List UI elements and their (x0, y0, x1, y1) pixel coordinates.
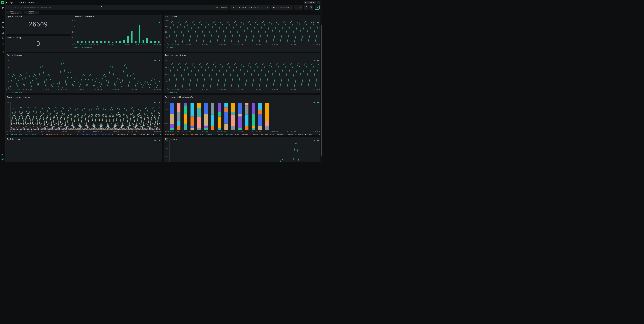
svg-text:5:34:30 PM: 5:34:30 PM (200, 131, 208, 133)
sidebar-item-alerts[interactable] (1, 25, 5, 29)
refresh-button[interactable] (304, 5, 308, 9)
chart-canvas[interactable]: 05K10K15K20KDec 16 5:29:30 PM5:32:00 PM5… (164, 53, 321, 93)
legend-item[interactable]: — active namespaces (7, 92, 24, 93)
svg-text:25: 25 (8, 122, 10, 124)
filter-temporal-region[interactable]: Temporal region (24, 11, 40, 14)
sql-mode[interactable]: SQL (215, 6, 218, 8)
sidebar-item-dashboards[interactable] (1, 42, 5, 46)
page-scrollbar (320, 0, 322, 162)
panel-collapse-icon[interactable] (1, 6, 5, 10)
svg-text:5:44:30 PM: 5:44:30 PM (270, 44, 278, 46)
panel-title: Queue Backlog (7, 37, 21, 39)
chart-legend: — requests/sec (165, 92, 178, 93)
time-range-button[interactable]: Dec 16 17:29:30 - Dec 16 17:51:30 (230, 5, 270, 9)
scrollbar-thumb[interactable] (321, 25, 322, 156)
bar-chart-toggle-icon[interactable] (158, 21, 160, 23)
resize-handle[interactable] (69, 32, 70, 33)
svg-text:Dec 16 5:29:30 PM: Dec 16 5:29:30 PM (6, 89, 20, 91)
bar-chart-toggle-icon[interactable] (158, 101, 160, 104)
bar-chart-toggle-icon[interactable] (317, 139, 319, 142)
filter-temporal-namespace[interactable]: Temporal namespace (6, 11, 22, 14)
chart-canvas[interactable]: 0255075100Dec 16 5:29:30 PM5:32:00 PM5:3… (6, 95, 162, 135)
sidebar: ? D (0, 0, 6, 162)
chart-canvas[interactable]: 00.20.40.60.8Dec 16 5:29:30 PM5:34:00 PM… (72, 14, 162, 52)
sidebar-item-hosts[interactable] (1, 31, 5, 34)
chart-canvas[interactable]: 00.050.10.150.2Dec 16 5:29:30 PM5:32:00 … (164, 95, 321, 135)
svg-text:5:51:00 PM: 5:51:00 PM (152, 44, 161, 46)
legend-item[interactable]: — clickpipes-aws-p..outheast-2.12c4n (112, 134, 144, 135)
chart-canvas[interactable]: 0.0380.0290.019Dec 16 5:29:30 PM5:32:00 … (164, 137, 321, 162)
svg-text:0.4: 0.4 (72, 31, 75, 33)
resize-handle[interactable] (319, 133, 320, 135)
app-logo-icon[interactable] (1, 1, 4, 4)
search-input[interactable] (6, 5, 229, 9)
help-button[interactable]: ? (1, 154, 4, 156)
svg-text:5:44:30 PM: 5:44:30 PM (111, 131, 119, 133)
legend-more[interactable]: +12 more (147, 134, 154, 135)
granularity-select[interactable]: Auto Granularity (271, 5, 293, 9)
sidebar-item-traces[interactable] (1, 36, 5, 40)
svg-text:5:34:00 PM: 5:34:00 PM (89, 44, 98, 46)
filter-edit-button[interactable] (309, 5, 314, 9)
chart-type-toggles (154, 101, 160, 104)
svg-text:150: 150 (165, 25, 168, 27)
resize-handle[interactable] (160, 133, 161, 135)
sidebar-item-metrics[interactable] (1, 20, 5, 23)
bar-chart-toggle-icon[interactable] (317, 21, 319, 23)
lucene-mode[interactable]: Lucene (221, 6, 227, 8)
panel-open-workflows: Open Workflows 26609 (6, 14, 71, 34)
resize-handle[interactable] (319, 50, 320, 51)
chart-legend: — successful workflows (72, 47, 92, 48)
resize-handle[interactable] (160, 50, 161, 51)
svg-text:5:32:00 PM: 5:32:00 PM (23, 89, 32, 91)
user-avatar[interactable]: D (1, 158, 4, 161)
sidebar-item-tables[interactable] (1, 14, 5, 18)
run-query-button[interactable] (314, 5, 320, 9)
line-chart-toggle-icon[interactable] (154, 59, 156, 62)
sort-chevrons-icon (290, 6, 292, 8)
bar-chart-toggle-icon[interactable] (158, 139, 160, 142)
line-chart-toggle-icon[interactable] (313, 139, 316, 142)
sidebar-item-settings[interactable] (1, 50, 5, 54)
chart-canvas[interactable]: 02468Dec 16 5:29:30 PM5:32:00 PM5:34:30 … (6, 53, 162, 93)
panel-actions-per-sec: Actions/sec 050100150200Dec 16 5:29:30 P… (164, 14, 321, 52)
live-button[interactable]: Live (294, 5, 303, 9)
bar-chart-toggle-icon[interactable] (158, 59, 160, 62)
tags-button[interactable]: 0 Tags (304, 1, 316, 4)
line-chart-toggle-icon[interactable] (313, 21, 316, 23)
legend-item[interactable]: — requests/sec (165, 92, 178, 93)
chart-canvas[interactable]: 050100150200Dec 16 5:29:30 PM5:32:00 PM5… (164, 14, 321, 52)
legend-item[interactable]: — clickpipes-aws-p..-us-east-2.12c4n (7, 134, 40, 135)
legend-item[interactable]: — poll_success_syn..-flow-task-queue (235, 134, 268, 135)
panel-task-queue-poll-outcomes: Task queue poll outcomes/sec 00.050.10.1… (164, 95, 321, 135)
mode-divider: | (219, 6, 220, 8)
legend-item[interactable]: — poll_timeout · c..-flow-task-queue (200, 134, 232, 135)
resize-handle[interactable] (69, 50, 70, 51)
line-chart-toggle-icon[interactable] (313, 101, 316, 104)
line-chart-toggle-icon[interactable] (154, 21, 156, 23)
legend-item[interactable]: — clickpipes-aws-p..-us-east-1.12c4n (77, 134, 110, 135)
chart-canvas[interactable]: 432Dec 16 5:29:30 PM5:32:00 PM5:34:30 PM… (6, 137, 162, 162)
query-mode-toggle: SQL | Lucene (215, 5, 227, 9)
legend-item[interactable]: — successful workflows (72, 47, 92, 48)
svg-text:5:39:30 PM: 5:39:30 PM (234, 44, 243, 46)
svg-text:5:47:00 PM: 5:47:00 PM (128, 89, 136, 91)
filter-label: Temporal namespace (8, 11, 20, 14)
legend-item[interactable]: — clickpipes-aws-p..outheast-2.12c4n (42, 134, 74, 135)
svg-text:6: 6 (8, 67, 9, 68)
legend-item[interactable]: — poll_success · c..-flow-task-queue (270, 134, 303, 135)
panel-operations-per-namespace: Operations per namespace 0255075100Dec 1… (6, 95, 162, 135)
kebab-menu-button[interactable] (317, 1, 320, 4)
line-chart-toggle-icon[interactable] (154, 139, 156, 142)
panel-queue-backlog: Queue Backlog 9 (6, 35, 71, 52)
resize-handle[interactable] (319, 91, 320, 92)
legend-more[interactable]: +56 more (305, 134, 312, 135)
legend-item[interactable]: — action/sec (165, 47, 176, 48)
bar-chart-toggle-icon[interactable] (317, 59, 319, 62)
bar-chart-toggle-icon[interactable] (317, 101, 319, 104)
legend-item[interactable]: — no_poller_tasks ..-flow-task-queue (165, 134, 198, 135)
line-chart-toggle-icon[interactable] (313, 59, 316, 62)
resize-handle[interactable] (160, 91, 161, 92)
line-chart-toggle-icon[interactable] (154, 101, 156, 104)
svg-text:100: 100 (7, 102, 10, 103)
